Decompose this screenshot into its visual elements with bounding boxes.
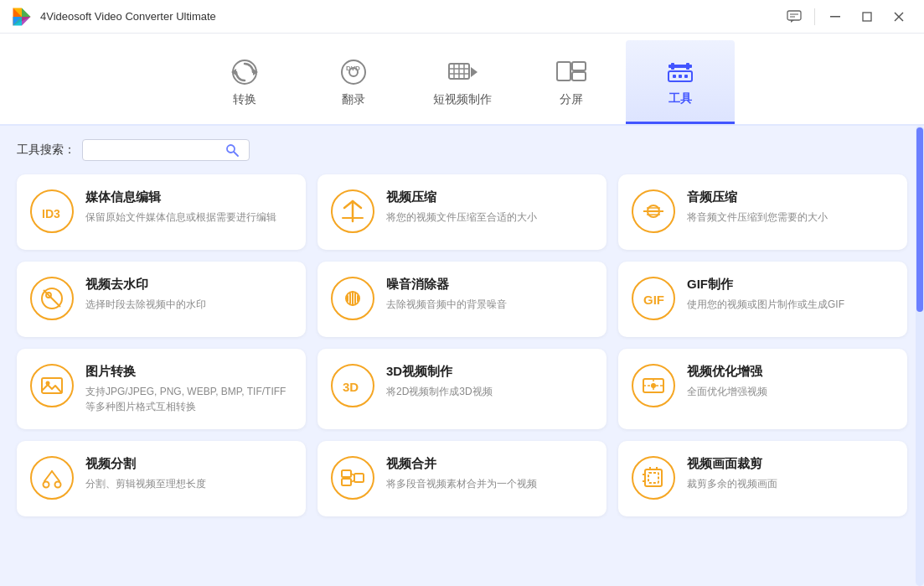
tool-desc-gif-make: 使用您的视频或图片制作或生成GIF xyxy=(687,297,894,312)
svg-rect-33 xyxy=(673,75,676,78)
tool-card-media-info[interactable]: ID3媒体信息编辑保留原始文件媒体信息或根据需要进行编辑 xyxy=(17,174,306,250)
minimize-button[interactable] xyxy=(820,5,850,29)
svg-rect-31 xyxy=(686,63,689,70)
tool-desc-video-compress: 将您的视频文件压缩至合适的大小 xyxy=(386,210,593,225)
tool-desc-3d-video: 将2D视频制作成3D视频 xyxy=(386,384,593,399)
svg-rect-34 xyxy=(679,75,682,78)
tool-card-audio-compress[interactable]: 音频压缩将音频文件压缩到您需要的大小 xyxy=(618,174,907,250)
tool-card-video-split[interactable]: 视频分割分割、剪辑视频至理想长度 xyxy=(17,441,306,516)
svg-rect-76 xyxy=(648,473,658,483)
svg-text:ID3: ID3 xyxy=(42,207,60,220)
content-area: 工具搜索： ID3媒体信息编辑保留原始文件媒体信息或根据需要进行编辑视频压缩将您… xyxy=(0,126,924,586)
split-screen-icon xyxy=(556,57,586,87)
svg-point-66 xyxy=(44,482,49,488)
tool-desc-video-merge: 将多段音视频素材合并为一个视频 xyxy=(386,476,593,491)
search-label: 工具搜索： xyxy=(17,143,75,158)
svg-rect-10 xyxy=(863,13,871,21)
tool-info-video-merge: 视频合并将多段音视频素材合并为一个视频 xyxy=(386,456,593,491)
svg-text:DVD: DVD xyxy=(346,65,360,72)
search-icon[interactable] xyxy=(225,143,239,157)
tool-icon-video-enhance xyxy=(632,364,675,407)
svg-rect-70 xyxy=(342,470,351,477)
tool-card-3d-video[interactable]: 3D3D视频制作将2D视频制作成3D视频 xyxy=(317,349,607,429)
tool-icon-media-info: ID3 xyxy=(30,189,74,233)
svg-point-65 xyxy=(651,383,656,388)
tool-desc-image-convert: 支持JPG/JPEG, PNG, WEBP, BMP, TIF/TIFF等多种图… xyxy=(85,384,292,414)
tool-desc-watermark-remove: 选择时段去除视频中的水印 xyxy=(85,297,292,312)
tool-icon-video-merge xyxy=(331,456,374,500)
tool-name-video-merge: 视频合并 xyxy=(386,456,593,472)
tool-desc-video-enhance: 全面优化增强视频 xyxy=(687,384,894,399)
close-button[interactable] xyxy=(884,5,914,29)
svg-line-40 xyxy=(344,201,353,208)
tool-icon-image-convert xyxy=(30,364,74,407)
svg-text:3D: 3D xyxy=(343,380,359,394)
tool-info-audio-compress: 音频压缩将音频文件压缩到您需要的大小 xyxy=(687,189,894,225)
tool-info-gif-make: GIF制作使用您的视频或图片制作或生成GIF xyxy=(687,277,894,312)
tool-icon-noise-remove xyxy=(331,277,374,320)
svg-line-68 xyxy=(44,471,52,481)
controls-separator xyxy=(814,8,815,25)
tool-name-video-enhance: 视频优化增强 xyxy=(687,364,894,380)
nav-tools-label: 工具 xyxy=(668,91,692,106)
nav-rip-label: 翻录 xyxy=(342,92,365,107)
scrollbar-thumb[interactable] xyxy=(916,127,923,312)
svg-rect-71 xyxy=(342,479,351,485)
tool-card-video-crop[interactable]: 视频画面裁剪裁剪多余的视频画面 xyxy=(618,441,907,516)
tool-icon-watermark-remove xyxy=(30,277,74,320)
tool-card-image-convert[interactable]: 图片转换支持JPG/JPEG, PNG, WEBP, BMP, TIF/TIFF… xyxy=(17,349,306,429)
tool-card-gif-make[interactable]: GIFGIF制作使用您的视频或图片制作或生成GIF xyxy=(618,262,907,337)
convert-icon xyxy=(230,57,260,87)
window-controls xyxy=(779,5,914,29)
svg-text:GIF: GIF xyxy=(643,293,664,307)
tool-name-3d-video: 3D视频制作 xyxy=(386,364,593,380)
tool-icon-gif-make: GIF xyxy=(632,277,675,320)
tool-info-video-enhance: 视频优化增强全面优化增强视频 xyxy=(687,364,894,399)
scrollbar-track xyxy=(916,126,924,586)
svg-line-50 xyxy=(44,290,60,307)
svg-line-41 xyxy=(353,201,361,208)
tool-info-video-compress: 视频压缩将您的视频文件压缩至合适的大小 xyxy=(386,189,593,225)
nav-item-rip[interactable]: DVD 翻录 xyxy=(299,40,408,124)
tool-grid: ID3媒体信息编辑保留原始文件媒体信息或根据需要进行编辑视频压缩将您的视频文件压… xyxy=(17,174,907,516)
nav-short-video-label: 短视频制作 xyxy=(433,92,492,107)
svg-rect-26 xyxy=(557,62,570,80)
tool-card-video-enhance[interactable]: 视频优化增强全面优化增强视频 xyxy=(618,349,907,429)
nav-item-short-video[interactable]: 短视频制作 xyxy=(408,40,517,124)
tool-icon-3d-video: 3D xyxy=(331,364,374,407)
nav-item-convert[interactable]: 转换 xyxy=(190,40,299,124)
search-row: 工具搜索： xyxy=(17,139,907,161)
tool-name-image-convert: 图片转换 xyxy=(85,364,292,380)
nav-item-split-screen[interactable]: 分屏 xyxy=(517,40,626,124)
maximize-button[interactable] xyxy=(852,5,882,29)
tool-name-media-info: 媒体信息编辑 xyxy=(85,189,292,205)
tool-name-audio-compress: 音频压缩 xyxy=(687,189,894,205)
tool-card-noise-remove[interactable]: 噪音消除器去除视频音频中的背景噪音 xyxy=(317,262,607,337)
tool-name-noise-remove: 噪音消除器 xyxy=(386,277,593,293)
svg-line-37 xyxy=(234,152,238,156)
nav-convert-label: 转换 xyxy=(233,92,256,107)
tool-info-media-info: 媒体信息编辑保留原始文件媒体信息或根据需要进行编辑 xyxy=(85,189,292,225)
rip-icon: DVD xyxy=(338,57,369,87)
nav-item-tools[interactable]: 工具 xyxy=(626,40,735,124)
svg-marker-4 xyxy=(22,17,31,26)
tool-info-3d-video: 3D视频制作将2D视频制作成3D视频 xyxy=(386,364,593,399)
message-button[interactable] xyxy=(779,5,809,29)
svg-rect-9 xyxy=(830,16,840,18)
tool-name-video-crop: 视频画面裁剪 xyxy=(687,456,894,472)
tool-name-gif-make: GIF制作 xyxy=(687,277,894,293)
tool-card-video-compress[interactable]: 视频压缩将您的视频文件压缩至合适的大小 xyxy=(317,174,607,250)
svg-line-69 xyxy=(52,471,59,481)
svg-point-67 xyxy=(55,482,61,488)
search-box xyxy=(82,139,250,161)
tool-desc-media-info: 保留原始文件媒体信息或根据需要进行编辑 xyxy=(85,210,292,225)
nav-bar: 转换 DVD 翻录 短视频制作 xyxy=(0,34,924,126)
svg-marker-2 xyxy=(22,8,31,17)
title-bar: 4Videosoft Video Converter Ultimate xyxy=(0,0,924,34)
tool-desc-audio-compress: 将音频文件压缩到您需要的大小 xyxy=(687,210,894,225)
tool-icon-video-compress xyxy=(331,189,374,233)
search-input[interactable] xyxy=(91,144,225,157)
tool-card-watermark-remove[interactable]: 视频去水印选择时段去除视频中的水印 xyxy=(17,262,306,337)
tool-card-video-merge[interactable]: 视频合并将多段音视频素材合并为一个视频 xyxy=(317,441,607,516)
tool-icon-video-split xyxy=(30,456,74,500)
